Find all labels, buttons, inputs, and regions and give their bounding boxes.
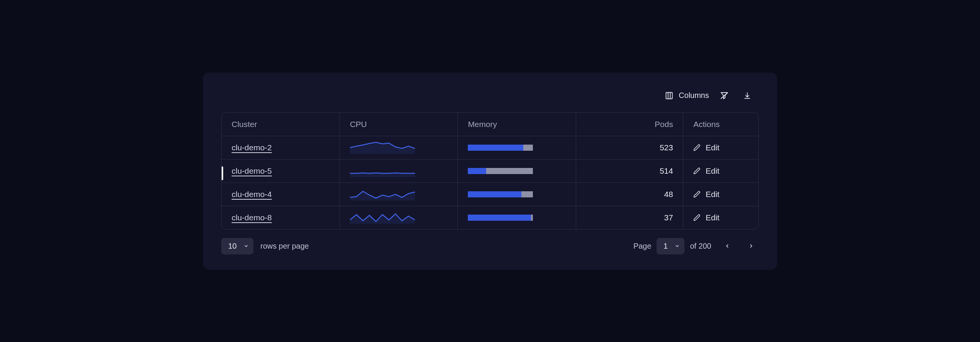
cpu-sparkline (350, 212, 415, 224)
rows-per-page-label: rows per page (260, 242, 309, 251)
download-button[interactable] (740, 88, 755, 103)
col-header-memory[interactable]: Memory (458, 113, 576, 136)
next-page-button[interactable] (743, 238, 759, 254)
columns-icon (665, 91, 673, 100)
edit-label: Edit (706, 166, 719, 176)
columns-label: Columns (679, 91, 709, 100)
svg-marker-4 (350, 142, 415, 154)
col-header-pods[interactable]: Pods (576, 113, 683, 136)
pencil-icon (693, 144, 701, 151)
table-row: clu-demo-448Edit (222, 182, 758, 206)
rows-per-page-value: 10 (228, 242, 237, 251)
pencil-icon (693, 214, 701, 221)
filter-off-icon (720, 91, 729, 100)
svg-marker-7 (350, 214, 415, 224)
pencil-icon (693, 167, 701, 175)
memory-progress (468, 168, 533, 174)
pods-value: 48 (576, 182, 683, 206)
cluster-link[interactable]: clu-demo-5 (232, 166, 272, 175)
edit-button[interactable]: Edit (693, 213, 748, 222)
svg-marker-6 (350, 191, 415, 200)
download-icon (743, 91, 751, 100)
col-header-cluster[interactable]: Cluster (222, 113, 340, 136)
memory-progress (468, 215, 533, 221)
cpu-sparkline (350, 188, 415, 200)
cpu-sparkline (350, 142, 415, 154)
page-total-label: of 200 (690, 242, 711, 251)
cluster-table: Cluster CPU Memory Pods Actions clu-demo… (221, 112, 759, 230)
cluster-link[interactable]: clu-demo-4 (232, 190, 272, 199)
edit-button[interactable]: Edit (693, 190, 748, 199)
pods-value: 514 (576, 159, 683, 182)
memory-progress (468, 145, 533, 151)
col-header-cpu[interactable]: CPU (340, 113, 457, 136)
table-footer: 10 rows per page Page 1 of 200 (221, 238, 759, 254)
cpu-sparkline (350, 165, 415, 177)
memory-progress (468, 191, 533, 197)
col-header-actions: Actions (683, 113, 758, 136)
active-row-indicator (221, 166, 223, 180)
cluster-link[interactable]: clu-demo-2 (232, 143, 272, 152)
prev-page-button[interactable] (720, 238, 735, 254)
page-label: Page (634, 242, 652, 251)
columns-button[interactable]: Columns (665, 91, 709, 100)
chevron-down-icon (243, 243, 249, 249)
edit-button[interactable]: Edit (693, 166, 748, 176)
page-select[interactable]: 1 (657, 238, 684, 254)
svg-marker-5 (350, 173, 415, 177)
chevron-right-icon (748, 243, 754, 249)
table-row: clu-demo-2523Edit (222, 136, 758, 159)
edit-label: Edit (706, 213, 719, 222)
pencil-icon (693, 191, 701, 198)
edit-label: Edit (706, 190, 719, 199)
svg-rect-0 (666, 92, 673, 99)
table-row: clu-demo-837Edit (222, 206, 758, 229)
table-toolbar: Columns (221, 88, 759, 103)
pods-value: 523 (576, 136, 683, 159)
chevron-left-icon (724, 243, 730, 249)
page-value: 1 (663, 242, 668, 251)
edit-button[interactable]: Edit (693, 143, 748, 152)
table-row: clu-demo-5514Edit (222, 159, 758, 182)
cluster-link[interactable]: clu-demo-8 (232, 213, 272, 222)
edit-label: Edit (706, 143, 719, 152)
data-table-panel: Columns Cluster (203, 73, 777, 270)
filter-button[interactable] (717, 88, 732, 103)
chevron-down-icon (675, 243, 680, 249)
pods-value: 37 (576, 206, 683, 229)
rows-per-page-select[interactable]: 10 (221, 238, 253, 254)
